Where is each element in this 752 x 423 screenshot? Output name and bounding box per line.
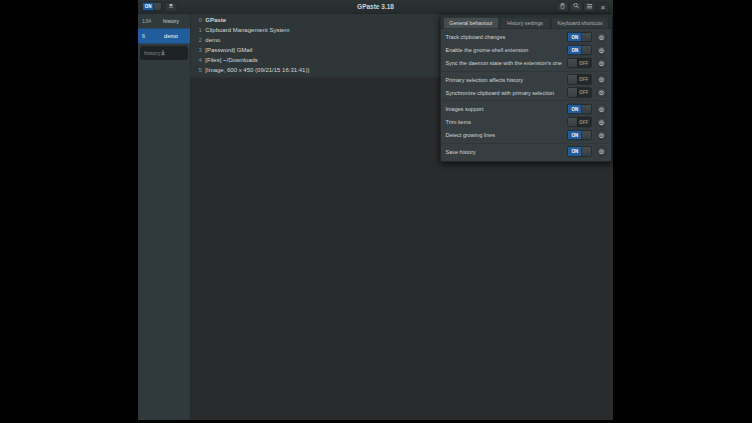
close-icon: ×: [601, 3, 605, 11]
switch-state-label: ON: [568, 46, 582, 55]
item-index: 5: [199, 67, 202, 74]
switch-icon: [560, 2, 565, 11]
switch-state-label: OFF: [577, 118, 591, 127]
setting-label: Track clipboard changes: [446, 34, 568, 40]
reset-button[interactable]: ⚙: [597, 104, 607, 114]
item-index: 2: [199, 37, 202, 44]
switch-knob: [154, 3, 162, 11]
gpaste-window: ON GPaste 3.18: [138, 0, 613, 420]
gear-icon: ⚙: [599, 89, 605, 96]
gear-icon: ⚙: [599, 47, 605, 54]
reset-button[interactable]: ⚙: [597, 58, 607, 68]
gear-icon: ⚙: [599, 76, 605, 83]
setting-switch[interactable]: OFF: [568, 75, 592, 85]
switch-state-label: OFF: [577, 75, 591, 84]
switch-mode-button[interactable]: [557, 2, 569, 12]
settings-tabs: General behaviour History settings Keybo…: [441, 15, 612, 30]
item-text: [Image, 600 x 450 (09/21/15 16:31:41)]: [205, 67, 309, 74]
setting-row-save-history: Save history ON ⚙: [446, 145, 607, 158]
switch-state-label: ON: [568, 105, 582, 114]
search-icon: [573, 3, 580, 11]
setting-row-images-support: Images support ON ⚙: [446, 103, 607, 116]
item-text: GPaste: [205, 17, 226, 24]
sidebar-item-demo[interactable]: 6 demo: [138, 29, 190, 44]
reset-button[interactable]: ⚙: [597, 88, 607, 98]
switch-state-label: ON: [143, 3, 155, 11]
reset-button[interactable]: ⚙: [597, 32, 607, 42]
setting-label: Detect growing lines: [446, 132, 568, 138]
switch-knob: [582, 131, 591, 140]
group-separator: [441, 143, 612, 144]
setting-label: Enable the gnome-shell extension: [446, 47, 568, 53]
empty-history-button[interactable]: [165, 2, 177, 12]
sidebar-item-history[interactable]: 134 history: [138, 14, 190, 29]
item-index: 3: [199, 47, 202, 54]
switch-state-label: ON: [568, 131, 582, 140]
setting-switch[interactable]: ON: [568, 147, 592, 157]
setting-switch[interactable]: OFF: [568, 58, 592, 68]
switch-state-label: OFF: [577, 59, 591, 68]
switch-knob: [582, 147, 591, 156]
hamburger-menu-icon: [587, 3, 593, 11]
setting-label: Trim items: [446, 119, 568, 125]
reset-button[interactable]: ⚙: [597, 147, 607, 157]
setting-row-sync-daemon-state: Sync the daemon state with the extension…: [446, 57, 607, 70]
gear-icon: ⚙: [599, 34, 605, 41]
switch-state-label: OFF: [577, 88, 591, 97]
item-index: 4: [199, 57, 202, 64]
switch-knob: [568, 59, 577, 68]
setting-row-primary-selection-history: Primary selection affects history OFF ⚙: [446, 73, 607, 86]
reset-button[interactable]: ⚙: [597, 130, 607, 140]
item-index: 0: [199, 17, 202, 24]
setting-switch[interactable]: OFF: [568, 88, 592, 98]
reset-button[interactable]: ⚙: [597, 45, 607, 55]
switch-knob: [568, 75, 577, 84]
gear-icon: ⚙: [599, 60, 605, 67]
settings-panel: General behaviour History settings Keybo…: [440, 14, 612, 162]
setting-label: Primary selection affects history: [446, 77, 568, 83]
history-name: demo: [157, 33, 190, 39]
setting-switch[interactable]: OFF: [568, 117, 592, 127]
switch-knob: [568, 118, 577, 127]
gear-icon: ⚙: [599, 106, 605, 113]
reset-button[interactable]: ⚙: [597, 75, 607, 85]
history-entry[interactable]: history: [141, 47, 188, 60]
history-count-badge: 6: [138, 33, 157, 39]
switch-state-label: ON: [568, 147, 582, 156]
setting-row-gnome-shell-extension: Enable the gnome-shell extension ON ⚙: [446, 44, 607, 57]
item-index: 1: [199, 27, 202, 34]
setting-row-sync-clipboard-primary: Synchronize clipboard with primary selec…: [446, 86, 607, 99]
switch-knob: [582, 33, 591, 42]
history-entry-placeholder: history: [144, 50, 160, 56]
setting-label: Save history: [446, 149, 568, 155]
setting-switch[interactable]: ON: [568, 104, 592, 114]
setting-switch[interactable]: ON: [568, 32, 592, 42]
item-text: demo: [205, 37, 220, 44]
close-button[interactable]: ×: [597, 2, 609, 12]
titlebar: ON GPaste 3.18: [138, 0, 613, 14]
item-text: Clipboard Management System: [205, 27, 289, 34]
eraser-icon: [168, 3, 174, 11]
gear-icon: ⚙: [599, 132, 605, 139]
tracking-switch[interactable]: ON: [142, 2, 162, 11]
setting-switch[interactable]: ON: [568, 45, 592, 55]
tab-history-settings[interactable]: History settings: [501, 18, 550, 29]
setting-switch[interactable]: ON: [568, 130, 592, 140]
setting-label: Sync the daemon state with the extension…: [446, 60, 568, 66]
search-button[interactable]: [570, 2, 582, 12]
switch-knob: [582, 105, 591, 114]
switch-knob: [582, 46, 591, 55]
history-count-badge: 134: [138, 18, 157, 24]
histories-sidebar: 134 history 6 demo history: [138, 14, 191, 421]
setting-row-detect-growing-lines: Detect growing lines ON ⚙: [446, 129, 607, 142]
gear-icon: ⚙: [599, 148, 605, 155]
reset-button[interactable]: ⚙: [597, 117, 607, 127]
item-text: [Files] ~/Downloads: [205, 57, 258, 64]
switch-knob: [568, 88, 577, 97]
setting-row-track-clipboard-changes: Track clipboard changes ON ⚙: [446, 31, 607, 44]
tab-keyboard-shortcuts[interactable]: Keyboard shortcuts: [551, 18, 609, 29]
group-separator: [441, 101, 612, 102]
tab-general-behaviour[interactable]: General behaviour: [443, 18, 499, 29]
down-arrow-icon: [160, 50, 166, 57]
menu-button[interactable]: [584, 2, 596, 12]
